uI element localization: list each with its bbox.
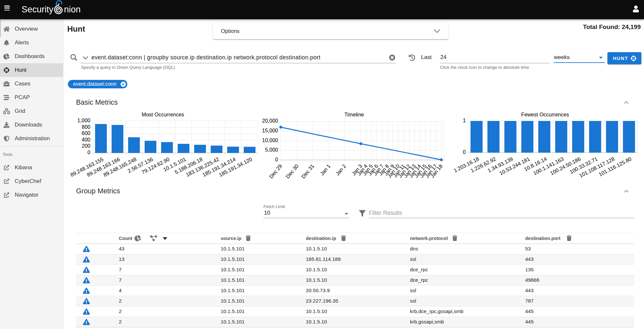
- svg-text:Jan 2: Jan 2: [335, 163, 347, 177]
- svg-text:600: 600: [82, 130, 90, 136]
- svg-text:Jan 1: Jan 1: [319, 163, 331, 177]
- svg-text:5,000: 5,000: [265, 147, 278, 153]
- svg-text:1,000: 1,000: [77, 118, 90, 123]
- svg-text:800: 800: [82, 124, 90, 130]
- svg-text:1: 1: [463, 118, 466, 123]
- svg-text:0: 0: [87, 150, 90, 155]
- svg-text:Fewest Occurrences: Fewest Occurrences: [521, 112, 569, 117]
- svg-text:Dec 30: Dec 30: [285, 163, 300, 180]
- svg-text:20,000: 20,000: [262, 118, 278, 124]
- svg-text:15,000: 15,000: [262, 128, 278, 133]
- svg-text:Most Occurrences: Most Occurrences: [142, 112, 184, 117]
- svg-text:0: 0: [275, 157, 278, 162]
- svg-text:10,000: 10,000: [262, 138, 278, 143]
- svg-text:Dec 29: Dec 29: [268, 163, 283, 180]
- svg-text:400: 400: [82, 137, 90, 142]
- svg-text:Timeline: Timeline: [344, 112, 364, 117]
- svg-text:200: 200: [82, 143, 90, 149]
- svg-text:Dec 31: Dec 31: [300, 163, 315, 180]
- svg-text:0: 0: [463, 149, 466, 155]
